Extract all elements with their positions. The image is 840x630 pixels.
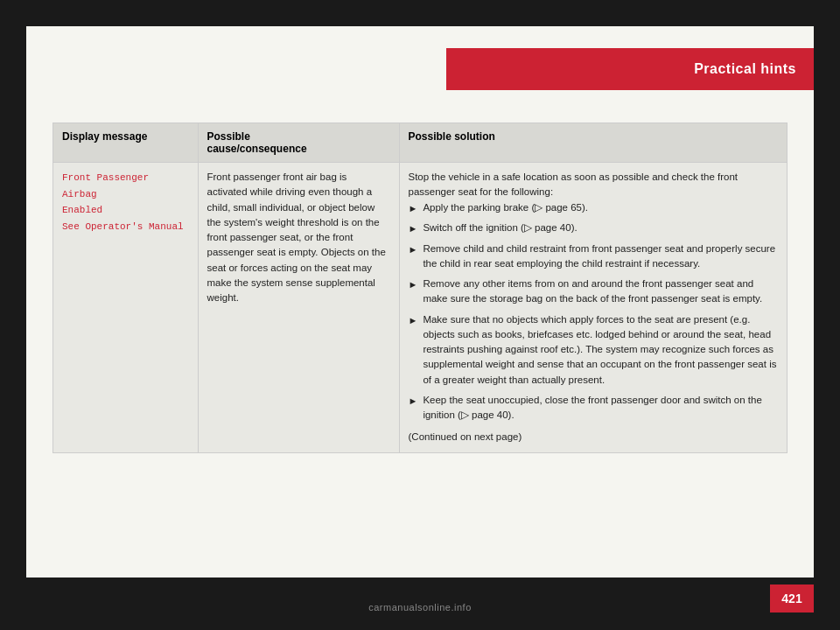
bullet-arrow-5: ► (409, 313, 418, 328)
bullet-text-5: Make sure that no objects which apply fo… (423, 312, 778, 388)
table-row: Front Passenger AirbagEnabledSee Operato… (53, 163, 787, 452)
col-header-cause: Possiblecause/consequence (198, 123, 399, 163)
bullet-item-5: ► Make sure that no objects which apply … (409, 312, 779, 388)
header-bar: Practical hints (446, 48, 814, 90)
bullet-arrow-4: ► (409, 277, 418, 292)
bullet-item-4: ► Remove any other items from on and aro… (409, 276, 779, 307)
cause-text: Front passenger front air bag is activat… (207, 172, 386, 303)
bullet-text-1: Apply the parking brake (▷ page 65). (423, 200, 588, 215)
bullet-arrow-1: ► (409, 201, 418, 216)
col-header-solution: Possible solution (399, 123, 787, 163)
header-title: Practical hints (694, 61, 796, 77)
cause-cell: Front passenger front air bag is activat… (198, 163, 399, 452)
col-header-display: Display message (53, 123, 198, 163)
bullet-item-2: ► Switch off the ignition (▷ page 40). (409, 220, 779, 236)
table-header-row: Display message Possiblecause/consequenc… (53, 123, 787, 163)
display-message-cell: Front Passenger AirbagEnabledSee Operato… (53, 163, 198, 452)
page-number: 421 (781, 592, 802, 606)
solution-intro: Stop the vehicle in a safe location as s… (409, 172, 738, 197)
bullet-arrow-3: ► (409, 242, 418, 257)
bullet-text-6: Keep the seat unoccupied, close the fron… (423, 393, 778, 424)
watermark: carmanualsonline.info (368, 602, 472, 612)
bullet-item-6: ► Keep the seat unoccupied, close the fr… (409, 393, 779, 424)
display-message-text: Front Passenger AirbagEnabledSee Operato… (62, 172, 184, 232)
continued-text: (Continued on next page) (409, 430, 779, 444)
bullet-arrow-6: ► (409, 394, 418, 409)
bullet-item-1: ► Apply the parking brake (▷ page 65). (409, 200, 779, 216)
page-number-box: 421 (770, 584, 814, 612)
bullet-text-3: Remove child and child restraint from fr… (423, 242, 778, 272)
bullet-text-4: Remove any other items from on and aroun… (423, 276, 778, 307)
bullet-item-3: ► Remove child and child restraint from … (409, 242, 779, 272)
solution-bullet-list: ► Apply the parking brake (▷ page 65). ►… (409, 200, 779, 424)
bullet-arrow-2: ► (409, 221, 418, 236)
main-table-container: Display message Possiblecause/consequenc… (52, 122, 788, 453)
diagnostic-table: Display message Possiblecause/consequenc… (53, 123, 787, 452)
bullet-text-2: Switch off the ignition (▷ page 40). (423, 220, 577, 235)
solution-cell: Stop the vehicle in a safe location as s… (399, 163, 787, 452)
